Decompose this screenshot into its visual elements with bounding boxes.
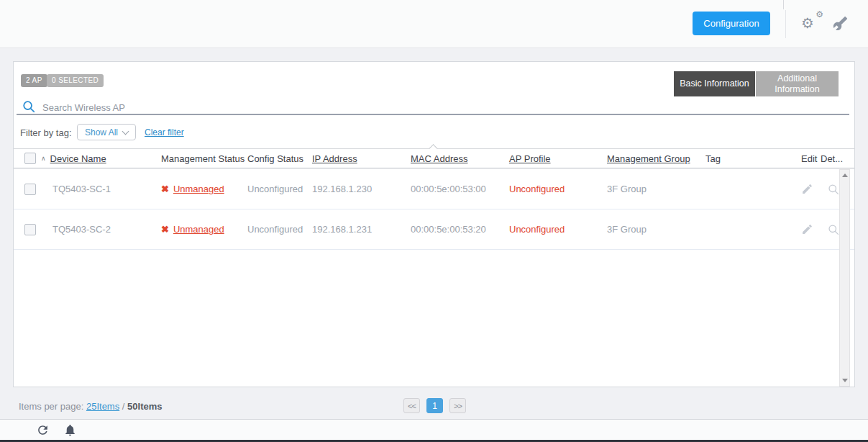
management-group: 3F Group xyxy=(607,184,705,194)
tools-wrench-icon[interactable] xyxy=(833,16,848,31)
small-gear-icon: ⚙ xyxy=(816,10,823,19)
details-magnifier-icon[interactable] xyxy=(828,184,839,195)
tab-basic-information[interactable]: Basic Information xyxy=(674,71,755,96)
ap-profile: Unconfigured xyxy=(509,184,607,194)
sort-asc-icon: ∧ xyxy=(41,155,46,162)
table-row: TQ5403-SC-2 ✖ Unmanaged Unconfigured 192… xyxy=(14,209,854,250)
table-header: ∧ Device Name Management Status Config S… xyxy=(14,148,854,168)
items-per-page: Items per page: 25Items / 50Items xyxy=(19,401,163,412)
column-header-ip-address[interactable]: IP Address xyxy=(312,153,411,164)
column-header-config-status: Config Status xyxy=(247,153,312,164)
items-per-page-link[interactable]: 25Items xyxy=(86,401,119,412)
edit-pencil-icon[interactable] xyxy=(801,223,813,235)
row-checkbox[interactable] xyxy=(24,184,36,195)
unmanaged-x-icon: ✖ xyxy=(161,184,169,194)
topbar: Configuration ⚙⚙ xyxy=(0,0,868,48)
notification-bell-icon[interactable] xyxy=(63,423,77,437)
column-header-edit: Edit xyxy=(801,153,821,164)
clear-filter-link[interactable]: Clear filter xyxy=(145,127,184,137)
column-header-management-status: Management Status xyxy=(161,153,247,164)
column-header-ap-profile[interactable]: AP Profile xyxy=(509,153,607,164)
items-separator: / xyxy=(122,401,125,412)
pager: << 1 >> xyxy=(403,398,466,413)
configuration-button[interactable]: Configuration xyxy=(693,12,770,35)
column-header-details: Det... xyxy=(821,153,841,164)
tag-filter-value: Show All xyxy=(85,127,118,137)
header-notch xyxy=(429,144,438,153)
ip-address: 192.168.1.231 xyxy=(312,224,411,235)
table-body: TQ5403-SC-1 ✖ Unmanaged Unconfigured 192… xyxy=(14,169,854,387)
chevron-down-icon xyxy=(122,127,129,135)
column-header-device-name[interactable]: ∧ Device Name xyxy=(41,153,161,164)
last-page-button[interactable]: >> xyxy=(449,398,466,413)
device-name: TQ5403-SC-2 xyxy=(52,224,111,235)
management-status-link[interactable]: Unmanaged xyxy=(173,184,224,194)
wireless-ap-panel: 2 AP 0 SELECTED Basic Information Additi… xyxy=(13,61,855,387)
ap-count-badge: 2 AP xyxy=(21,74,47,87)
device-name: TQ5403-SC-1 xyxy=(52,184,111,194)
ap-profile: Unconfigured xyxy=(509,224,607,235)
items-per-page-label: Items per page: xyxy=(19,401,83,412)
topbar-divider-top xyxy=(783,0,784,9)
mac-address: 00:00:5e:00:53:20 xyxy=(411,224,509,235)
tab-additional-information[interactable]: Additional Information xyxy=(756,71,839,96)
current-page-button[interactable]: 1 xyxy=(426,398,443,413)
scrollbar-up-arrow-icon[interactable] xyxy=(842,173,848,177)
config-status: Unconfigured xyxy=(247,224,312,235)
column-header-management-group[interactable]: Management Group xyxy=(607,153,705,164)
row-checkbox[interactable] xyxy=(24,224,36,235)
tag-filter-dropdown[interactable]: Show All xyxy=(77,124,136,140)
table-row: TQ5403-SC-1 ✖ Unmanaged Unconfigured 192… xyxy=(14,169,854,209)
refresh-icon[interactable] xyxy=(36,423,50,437)
filter-by-tag-label: Filter by tag: xyxy=(20,127,72,138)
column-header-tag: Tag xyxy=(705,153,801,164)
select-all-checkbox[interactable] xyxy=(24,153,36,164)
search-underline xyxy=(17,114,849,115)
unmanaged-x-icon: ✖ xyxy=(161,224,169,235)
topbar-divider xyxy=(785,10,786,38)
details-magnifier-icon[interactable] xyxy=(828,224,839,235)
column-header-mac-address[interactable]: MAC Address xyxy=(411,153,509,164)
selected-count-badge: 0 SELECTED xyxy=(47,74,104,87)
footer-bar xyxy=(0,419,868,440)
mac-address: 00:00:5e:00:53:00 xyxy=(411,184,509,194)
management-group: 3F Group xyxy=(607,224,705,235)
management-status-link[interactable]: Unmanaged xyxy=(173,224,224,235)
total-items-label: 50Items xyxy=(127,401,162,412)
first-page-button[interactable]: << xyxy=(403,398,420,413)
search-icon xyxy=(22,100,35,113)
edit-pencil-icon[interactable] xyxy=(801,183,813,195)
table-scrollbar[interactable] xyxy=(839,169,850,387)
ip-address: 192.168.1.230 xyxy=(312,184,411,194)
scrollbar-down-arrow-icon[interactable] xyxy=(842,379,848,382)
settings-gears-icon[interactable]: ⚙⚙ xyxy=(801,14,823,34)
config-status: Unconfigured xyxy=(247,184,312,194)
